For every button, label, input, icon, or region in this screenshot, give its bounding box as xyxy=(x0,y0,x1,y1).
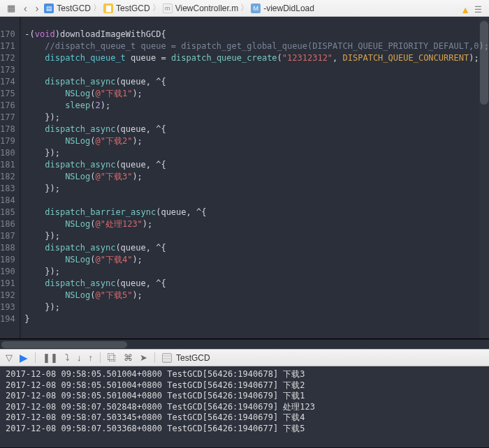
crumb-label: -viewDidLoad xyxy=(263,3,314,13)
target-icon xyxy=(162,353,172,363)
step-into-icon[interactable]: ↓ xyxy=(77,352,82,363)
toggle-editor-icon[interactable]: ☰ xyxy=(474,5,482,15)
crumb-file[interactable]: m ViewController.m xyxy=(163,3,238,13)
folder-icon: ▇ xyxy=(103,3,113,13)
m-file-icon: m xyxy=(163,3,173,13)
crumb-project[interactable]: ▤ TestGCD xyxy=(44,3,91,13)
crumb-label: ViewController.m xyxy=(175,3,238,13)
view-debug-icon[interactable]: ⿻ xyxy=(108,352,117,363)
project-icon: ▤ xyxy=(44,3,54,13)
code-editor[interactable]: 1701711721731741751761771781791801811821… xyxy=(0,17,489,339)
scroll-thumb[interactable] xyxy=(1,341,127,348)
crumb-method[interactable]: M -viewDidLoad xyxy=(251,3,314,13)
crumb-label: TestGCD xyxy=(116,3,150,13)
vertical-scrollbar[interactable] xyxy=(479,17,489,338)
target-label: TestGCD xyxy=(176,353,210,363)
horizontal-scrollbar[interactable] xyxy=(0,339,489,349)
toggle-debug-icon[interactable]: ▽ xyxy=(6,352,13,363)
method-icon: M xyxy=(251,3,261,13)
line-gutter: 1701711721731741751761771781791801811821… xyxy=(0,17,20,338)
jump-bar: ▦ ‹ › ▤ TestGCD 〉 ▇ TestGCD 〉 m ViewCont… xyxy=(0,0,489,17)
divider xyxy=(100,352,101,363)
related-items-icon[interactable]: ▦ xyxy=(4,3,18,13)
pause-icon[interactable]: ❚❚ xyxy=(43,352,58,363)
location-icon[interactable]: ➤ xyxy=(140,352,147,363)
nav-forward-icon[interactable]: › xyxy=(33,3,42,14)
crumb-label: TestGCD xyxy=(57,3,91,13)
divider xyxy=(154,352,155,363)
memory-graph-icon[interactable]: ⌘ xyxy=(124,352,133,363)
continue-icon[interactable]: ▶ xyxy=(20,352,28,364)
warning-icon[interactable]: ▲ xyxy=(460,4,470,15)
nav-back-icon[interactable]: ‹ xyxy=(21,3,30,14)
crumb-sep: 〉 xyxy=(152,2,161,14)
scroll-thumb[interactable] xyxy=(480,21,488,105)
step-over-icon[interactable]: ⤵ xyxy=(65,352,70,363)
debug-toolbar: ▽ ▶ ❚❚ ⤵ ↓ ↑ ⿻ ⌘ ➤ TestGCD xyxy=(0,349,489,366)
divider xyxy=(35,352,36,363)
debug-target[interactable]: TestGCD xyxy=(162,353,210,363)
breadcrumb[interactable]: ▤ TestGCD 〉 ▇ TestGCD 〉 m ViewController… xyxy=(44,2,485,14)
crumb-sep: 〉 xyxy=(240,2,249,14)
step-out-icon[interactable]: ↑ xyxy=(89,352,94,363)
console-output[interactable]: 2017-12-08 09:58:05.501004+0800 TestGCD[… xyxy=(0,366,489,448)
crumb-folder[interactable]: ▇ TestGCD xyxy=(103,3,150,13)
code-area[interactable]: -(void)downloadImageWithGCD{ //dispatch_… xyxy=(22,17,489,338)
crumb-sep: 〉 xyxy=(93,2,101,14)
